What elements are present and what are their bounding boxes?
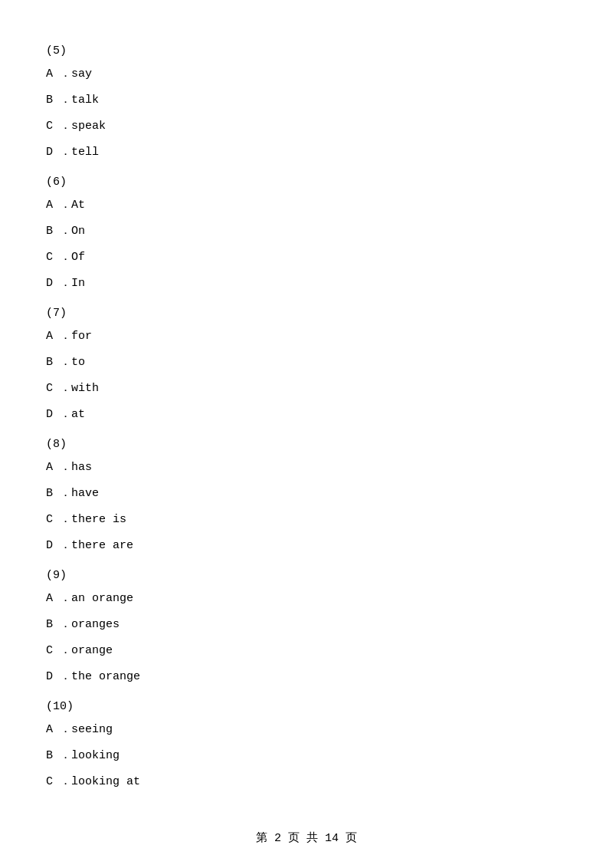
page-footer: 第 2 页 共 14 页 (0, 830, 613, 845)
option-q5-c[interactable]: C ．speak (46, 117, 567, 136)
option-q10-a[interactable]: A ．seeing (46, 721, 567, 739)
option-q9-c[interactable]: C ．orange (46, 642, 567, 660)
option-q6-d[interactable]: D ．In (46, 275, 567, 293)
option-q7-a[interactable]: A ．for (46, 327, 567, 346)
page-content: (5)A ．sayB ．talkC ．speakD ．tell(6)A ．AtB… (0, 0, 613, 845)
option-q5-d[interactable]: D ．tell (46, 143, 567, 162)
option-q7-c[interactable]: C ．with (46, 380, 567, 398)
question-number-q9: (9) (46, 569, 567, 582)
option-q8-d[interactable]: D ．there are (46, 537, 567, 555)
question-number-q8: (8) (46, 438, 567, 451)
option-q8-b[interactable]: B ．have (46, 485, 567, 503)
option-q10-b[interactable]: B ．looking (46, 747, 567, 765)
option-q10-c[interactable]: C ．looking at (46, 773, 567, 791)
footer-text: 第 2 页 共 14 页 (256, 832, 357, 845)
option-q9-b[interactable]: B ．oranges (46, 616, 567, 634)
question-number-q10: (10) (46, 700, 567, 713)
question-number-q5: (5) (46, 44, 567, 58)
option-q5-a[interactable]: A ．say (46, 65, 567, 84)
option-q8-c[interactable]: C ．there is (46, 511, 567, 529)
option-q6-a[interactable]: A ．At (46, 196, 567, 215)
option-q7-b[interactable]: B ．to (46, 353, 567, 372)
option-q6-c[interactable]: C ．Of (46, 248, 567, 267)
option-q7-d[interactable]: D ．at (46, 406, 567, 424)
question-number-q6: (6) (46, 176, 567, 189)
option-q6-b[interactable]: B ．On (46, 222, 567, 241)
option-q5-b[interactable]: B ．talk (46, 91, 567, 110)
option-q8-a[interactable]: A ．has (46, 459, 567, 477)
option-q9-a[interactable]: A ．an orange (46, 590, 567, 608)
option-q9-d[interactable]: D ．the orange (46, 668, 567, 686)
question-number-q7: (7) (46, 307, 567, 320)
